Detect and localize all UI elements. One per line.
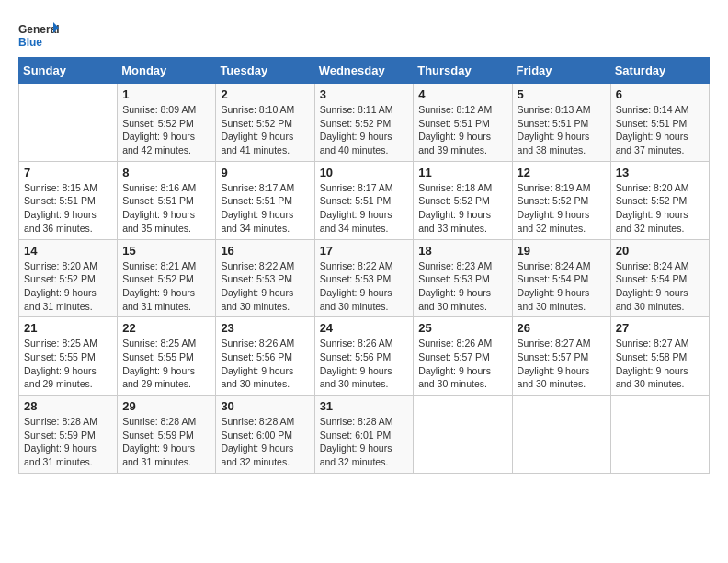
day-info: Sunrise: 8:26 AM Sunset: 5:56 PM Dayligh… bbox=[320, 337, 409, 391]
day-info: Sunrise: 8:21 AM Sunset: 5:52 PM Dayligh… bbox=[122, 259, 210, 314]
day-info: Sunrise: 8:27 AM Sunset: 5:57 PM Dayligh… bbox=[518, 337, 606, 391]
svg-text:Blue: Blue bbox=[18, 36, 42, 49]
calendar-cell: 3Sunrise: 8:11 AM Sunset: 5:52 PM Daylig… bbox=[314, 84, 414, 162]
calendar-cell: 27Sunrise: 8:27 AM Sunset: 5:58 PM Dayli… bbox=[610, 317, 709, 396]
calendar-cell: 31Sunrise: 8:28 AM Sunset: 6:01 PM Dayli… bbox=[314, 396, 414, 474]
calendar-cell: 13Sunrise: 8:20 AM Sunset: 5:52 PM Dayli… bbox=[610, 161, 709, 239]
col-header-tuesday: Tuesday bbox=[216, 58, 314, 84]
col-header-friday: Friday bbox=[512, 58, 610, 84]
logo-text: General Blue bbox=[18, 18, 59, 53]
day-info: Sunrise: 8:22 AM Sunset: 5:53 PM Dayligh… bbox=[221, 259, 309, 314]
day-number: 25 bbox=[418, 321, 506, 335]
col-header-wednesday: Wednesday bbox=[314, 58, 414, 84]
day-info: Sunrise: 8:10 AM Sunset: 5:52 PM Dayligh… bbox=[221, 103, 309, 157]
calendar-week-2: 7Sunrise: 8:15 AM Sunset: 5:51 PM Daylig… bbox=[19, 161, 710, 239]
calendar-cell: 9Sunrise: 8:17 AM Sunset: 5:51 PM Daylig… bbox=[216, 161, 314, 239]
day-info: Sunrise: 8:28 AM Sunset: 5:59 PM Dayligh… bbox=[122, 415, 210, 469]
day-info: Sunrise: 8:26 AM Sunset: 5:57 PM Dayligh… bbox=[418, 337, 506, 391]
day-info: Sunrise: 8:22 AM Sunset: 5:53 PM Dayligh… bbox=[320, 259, 409, 314]
calendar-cell: 30Sunrise: 8:28 AM Sunset: 6:00 PM Dayli… bbox=[216, 396, 314, 474]
day-number: 29 bbox=[122, 399, 210, 413]
day-info: Sunrise: 8:19 AM Sunset: 5:52 PM Dayligh… bbox=[518, 181, 606, 236]
day-number: 31 bbox=[320, 399, 409, 413]
calendar-cell: 24Sunrise: 8:26 AM Sunset: 5:56 PM Dayli… bbox=[314, 317, 414, 396]
day-info: Sunrise: 8:28 AM Sunset: 5:59 PM Dayligh… bbox=[24, 415, 112, 469]
page-header: General Blue bbox=[18, 18, 710, 53]
day-number: 17 bbox=[320, 244, 409, 258]
calendar-cell: 6Sunrise: 8:14 AM Sunset: 5:51 PM Daylig… bbox=[610, 84, 709, 162]
svg-text:General: General bbox=[18, 23, 59, 36]
day-number: 2 bbox=[221, 87, 309, 101]
day-number: 12 bbox=[518, 166, 606, 179]
day-info: Sunrise: 8:23 AM Sunset: 5:53 PM Dayligh… bbox=[418, 259, 506, 314]
day-info: Sunrise: 8:18 AM Sunset: 5:52 PM Dayligh… bbox=[418, 181, 506, 236]
day-info: Sunrise: 8:26 AM Sunset: 5:56 PM Dayligh… bbox=[221, 337, 309, 391]
calendar-cell: 15Sunrise: 8:21 AM Sunset: 5:52 PM Dayli… bbox=[118, 239, 216, 317]
calendar-cell bbox=[610, 396, 709, 474]
day-info: Sunrise: 8:14 AM Sunset: 5:51 PM Dayligh… bbox=[616, 103, 704, 157]
calendar-cell: 16Sunrise: 8:22 AM Sunset: 5:53 PM Dayli… bbox=[216, 239, 314, 317]
day-number: 10 bbox=[320, 166, 409, 179]
calendar-cell: 25Sunrise: 8:26 AM Sunset: 5:57 PM Dayli… bbox=[414, 317, 512, 396]
calendar-table: SundayMondayTuesdayWednesdayThursdayFrid… bbox=[18, 57, 710, 474]
day-number: 19 bbox=[518, 244, 606, 258]
calendar-cell: 17Sunrise: 8:22 AM Sunset: 5:53 PM Dayli… bbox=[314, 239, 414, 317]
day-number: 6 bbox=[616, 87, 704, 101]
calendar-cell: 19Sunrise: 8:24 AM Sunset: 5:54 PM Dayli… bbox=[512, 239, 610, 317]
col-header-thursday: Thursday bbox=[414, 58, 512, 84]
calendar-cell: 21Sunrise: 8:25 AM Sunset: 5:55 PM Dayli… bbox=[19, 317, 118, 396]
day-number: 5 bbox=[518, 87, 606, 101]
calendar-cell bbox=[512, 396, 610, 474]
calendar-cell bbox=[414, 396, 512, 474]
day-info: Sunrise: 8:25 AM Sunset: 5:55 PM Dayligh… bbox=[24, 337, 112, 391]
day-number: 30 bbox=[221, 399, 309, 413]
day-info: Sunrise: 8:24 AM Sunset: 5:54 PM Dayligh… bbox=[616, 259, 704, 314]
day-info: Sunrise: 8:13 AM Sunset: 5:51 PM Dayligh… bbox=[518, 103, 606, 157]
day-number: 3 bbox=[320, 87, 409, 101]
logo-svg: General Blue bbox=[18, 18, 59, 53]
calendar-cell: 18Sunrise: 8:23 AM Sunset: 5:53 PM Dayli… bbox=[414, 239, 512, 317]
calendar-cell: 12Sunrise: 8:19 AM Sunset: 5:52 PM Dayli… bbox=[512, 161, 610, 239]
day-info: Sunrise: 8:17 AM Sunset: 5:51 PM Dayligh… bbox=[320, 181, 409, 236]
day-number: 26 bbox=[518, 321, 606, 335]
day-number: 21 bbox=[24, 321, 112, 335]
day-info: Sunrise: 8:15 AM Sunset: 5:51 PM Dayligh… bbox=[24, 181, 112, 236]
day-number: 16 bbox=[221, 244, 309, 258]
calendar-cell: 22Sunrise: 8:25 AM Sunset: 5:55 PM Dayli… bbox=[118, 317, 216, 396]
logo: General Blue bbox=[18, 18, 59, 53]
day-info: Sunrise: 8:16 AM Sunset: 5:51 PM Dayligh… bbox=[122, 181, 210, 236]
day-info: Sunrise: 8:20 AM Sunset: 5:52 PM Dayligh… bbox=[616, 181, 704, 236]
calendar-cell: 5Sunrise: 8:13 AM Sunset: 5:51 PM Daylig… bbox=[512, 84, 610, 162]
calendar-cell: 1Sunrise: 8:09 AM Sunset: 5:52 PM Daylig… bbox=[118, 84, 216, 162]
calendar-cell: 8Sunrise: 8:16 AM Sunset: 5:51 PM Daylig… bbox=[118, 161, 216, 239]
calendar-cell: 20Sunrise: 8:24 AM Sunset: 5:54 PM Dayli… bbox=[610, 239, 709, 317]
day-number: 15 bbox=[122, 244, 210, 258]
day-number: 20 bbox=[616, 244, 704, 258]
day-number: 22 bbox=[122, 321, 210, 335]
calendar-cell: 29Sunrise: 8:28 AM Sunset: 5:59 PM Dayli… bbox=[118, 396, 216, 474]
calendar-cell: 28Sunrise: 8:28 AM Sunset: 5:59 PM Dayli… bbox=[19, 396, 118, 474]
day-info: Sunrise: 8:28 AM Sunset: 6:00 PM Dayligh… bbox=[221, 415, 309, 469]
col-header-saturday: Saturday bbox=[610, 58, 709, 84]
calendar-cell bbox=[19, 84, 118, 162]
day-info: Sunrise: 8:17 AM Sunset: 5:51 PM Dayligh… bbox=[221, 181, 309, 236]
day-number: 14 bbox=[24, 244, 112, 258]
day-info: Sunrise: 8:28 AM Sunset: 6:01 PM Dayligh… bbox=[320, 415, 409, 469]
calendar-cell: 2Sunrise: 8:10 AM Sunset: 5:52 PM Daylig… bbox=[216, 84, 314, 162]
day-number: 23 bbox=[221, 321, 309, 335]
calendar-header-row: SundayMondayTuesdayWednesdayThursdayFrid… bbox=[19, 58, 710, 84]
day-number: 11 bbox=[418, 166, 506, 179]
col-header-monday: Monday bbox=[118, 58, 216, 84]
day-info: Sunrise: 8:09 AM Sunset: 5:52 PM Dayligh… bbox=[122, 103, 210, 157]
calendar-cell: 10Sunrise: 8:17 AM Sunset: 5:51 PM Dayli… bbox=[314, 161, 414, 239]
calendar-cell: 11Sunrise: 8:18 AM Sunset: 5:52 PM Dayli… bbox=[414, 161, 512, 239]
calendar-week-4: 21Sunrise: 8:25 AM Sunset: 5:55 PM Dayli… bbox=[19, 317, 710, 396]
col-header-sunday: Sunday bbox=[19, 58, 118, 84]
day-number: 24 bbox=[320, 321, 409, 335]
calendar-cell: 26Sunrise: 8:27 AM Sunset: 5:57 PM Dayli… bbox=[512, 317, 610, 396]
day-number: 27 bbox=[616, 321, 704, 335]
calendar-cell: 7Sunrise: 8:15 AM Sunset: 5:51 PM Daylig… bbox=[19, 161, 118, 239]
day-number: 18 bbox=[418, 244, 506, 258]
day-info: Sunrise: 8:24 AM Sunset: 5:54 PM Dayligh… bbox=[518, 259, 606, 314]
day-info: Sunrise: 8:12 AM Sunset: 5:51 PM Dayligh… bbox=[418, 103, 506, 157]
